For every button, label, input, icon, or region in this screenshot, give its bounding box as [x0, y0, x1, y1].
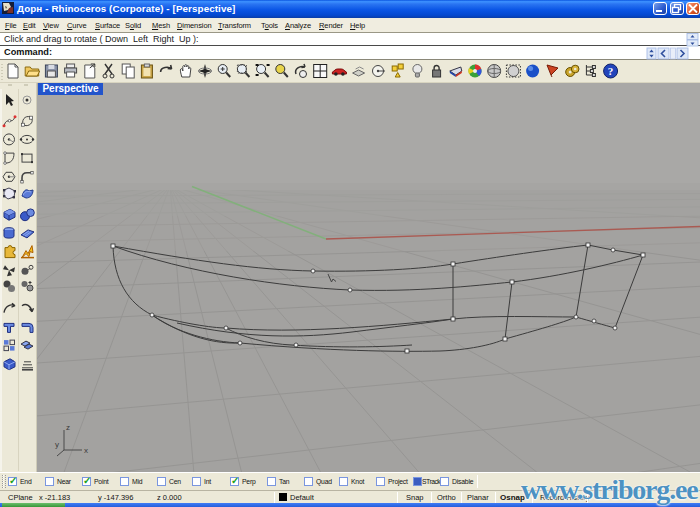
svg-text:y: y: [55, 440, 59, 449]
svg-text:?: ?: [608, 65, 614, 77]
svg-text:x: x: [84, 446, 88, 455]
svg-text:z: z: [66, 423, 70, 432]
